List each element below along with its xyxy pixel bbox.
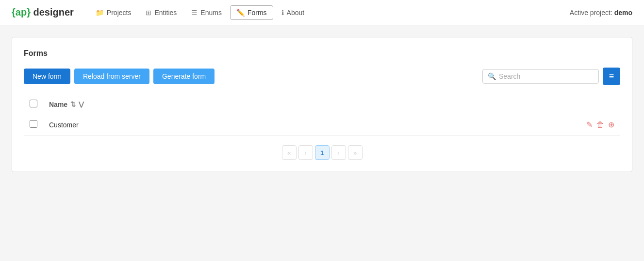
- brand-ap: ap: [16, 7, 27, 17]
- page-title: Forms: [24, 49, 620, 58]
- table-body: Customer ✎ 🗑 ⊕: [24, 114, 620, 136]
- main-container: Forms New form Reload from server Genera…: [0, 25, 644, 184]
- row-actions-cell: ✎ 🗑 ⊕: [562, 114, 620, 136]
- nav-item-projects[interactable]: 📁 Projects: [89, 5, 138, 20]
- forms-table: Name ⇅ ⋁ Customer: [24, 95, 620, 136]
- search-input[interactable]: [499, 72, 594, 80]
- hamburger-icon: ≡: [609, 71, 614, 82]
- filter-icon[interactable]: ⋁: [79, 101, 84, 108]
- brand-designer: designer: [31, 7, 74, 17]
- toolbar: New form Reload from server Generate for…: [24, 68, 620, 85]
- last-page-button[interactable]: »: [348, 145, 363, 160]
- select-all-checkbox[interactable]: [30, 100, 37, 107]
- navbar: {ap} designer 📁 Projects ⊞ Entities ☰ En…: [0, 0, 644, 25]
- info-icon: ℹ: [281, 9, 284, 17]
- nav-label-projects: Projects: [107, 9, 132, 17]
- nav-item-entities[interactable]: ⊞ Entities: [139, 5, 183, 20]
- nav-item-forms[interactable]: ✏️ Forms: [230, 5, 273, 20]
- grid-icon: ⊞: [146, 9, 151, 17]
- header-checkbox-cell: [24, 95, 43, 114]
- name-column-label: Name: [49, 101, 67, 108]
- table-header-row: Name ⇅ ⋁: [24, 95, 620, 114]
- active-project-name: demo: [614, 9, 632, 17]
- table-row: Customer ✎ 🗑 ⊕: [24, 114, 620, 136]
- row-checkbox-cell: [24, 114, 43, 136]
- new-form-button[interactable]: New form: [24, 69, 70, 84]
- toolbar-right: 🔍 ≡: [482, 68, 620, 85]
- menu-button[interactable]: ≡: [603, 68, 620, 85]
- nav-label-about: About: [287, 9, 305, 17]
- upload-icon[interactable]: ⊕: [608, 120, 614, 129]
- nav-items: 📁 Projects ⊞ Entities ☰ Enums ✏️ Forms ℹ…: [89, 5, 570, 20]
- sort-icon[interactable]: ⇅: [70, 101, 76, 108]
- edit-icon[interactable]: ✎: [586, 120, 593, 129]
- nav-label-enums: Enums: [200, 9, 222, 17]
- nav-item-enums[interactable]: ☰ Enums: [185, 5, 228, 20]
- nav-label-forms: Forms: [248, 9, 267, 17]
- row-name-value: Customer: [49, 121, 79, 129]
- brand-brace-close: }: [27, 7, 31, 17]
- folder-icon: 📁: [96, 9, 104, 17]
- header-actions-cell: [562, 95, 620, 114]
- next-page-button[interactable]: ›: [331, 145, 346, 160]
- generate-form-button[interactable]: Generate form: [153, 69, 215, 84]
- pencil-icon: ✏️: [236, 9, 245, 17]
- row-name-cell: Customer: [43, 114, 562, 136]
- table-container: Name ⇅ ⋁ Customer: [24, 95, 620, 136]
- nav-label-entities: Entities: [154, 9, 177, 17]
- row-checkbox[interactable]: [30, 120, 37, 128]
- first-page-button[interactable]: «: [282, 145, 297, 160]
- pagination: « ‹ 1 › »: [24, 145, 620, 160]
- brand-brace-open: {: [12, 7, 16, 17]
- search-icon: 🔍: [488, 72, 496, 80]
- table-header: Name ⇅ ⋁: [24, 95, 620, 114]
- prev-page-button[interactable]: ‹: [298, 145, 313, 160]
- reload-from-server-button[interactable]: Reload from server: [74, 69, 149, 84]
- active-project-section: Active project: demo: [570, 9, 632, 17]
- header-name-cell: Name ⇅ ⋁: [43, 95, 562, 114]
- delete-icon[interactable]: 🗑: [596, 121, 604, 129]
- nav-item-about[interactable]: ℹ About: [275, 5, 311, 20]
- action-icons: ✎ 🗑 ⊕: [568, 120, 614, 129]
- name-header-wrapper: Name ⇅ ⋁: [49, 101, 556, 108]
- active-project-label: Active project:: [570, 9, 612, 17]
- brand-logo: {ap} designer: [12, 7, 74, 18]
- page-1-button[interactable]: 1: [315, 145, 330, 160]
- list-icon: ☰: [191, 9, 198, 17]
- search-wrapper: 🔍: [482, 69, 599, 84]
- forms-card: Forms New form Reload from server Genera…: [12, 37, 632, 172]
